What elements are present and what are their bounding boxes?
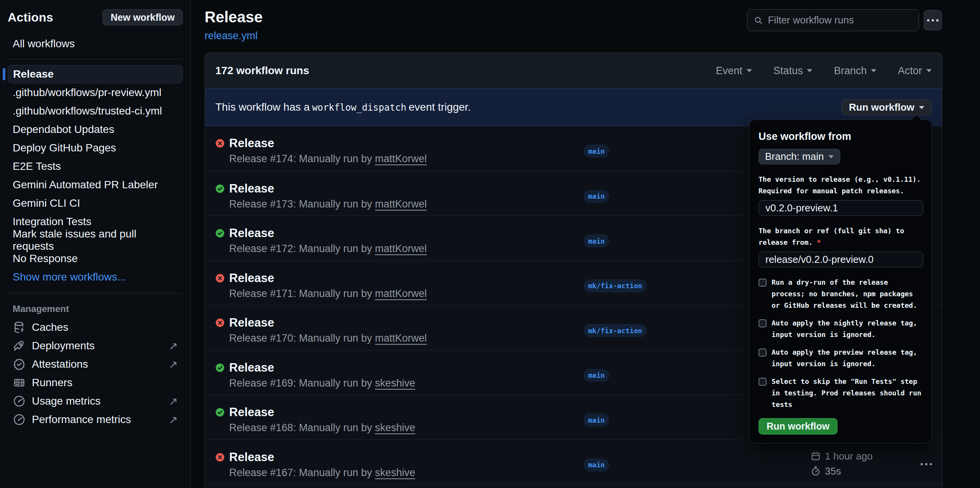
new-workflow-button[interactable]: New workflow bbox=[102, 9, 183, 25]
workflow-item-label: Deploy GitHub Pages bbox=[13, 142, 116, 154]
input-label: The version to release (e.g., v0.1.11). … bbox=[759, 175, 921, 195]
actor-link[interactable]: skeshive bbox=[375, 422, 415, 433]
sidebar-management-item[interactable]: Deployments ↗ bbox=[8, 337, 183, 355]
calendar-icon bbox=[810, 451, 821, 461]
workflow-run-row[interactable]: Release Release #167: Manually run by sk… bbox=[205, 440, 942, 485]
management-list: Caches ↗ Deployments ↗ Attestations ↗ Ru… bbox=[8, 318, 183, 429]
selected-accent-bar bbox=[3, 68, 5, 80]
workflow-checkbox-group: Auto apply the nightly release tag, inpu… bbox=[759, 317, 922, 340]
run-description: Release #169: Manually run by skeshive bbox=[229, 377, 415, 389]
run-workflow-dropdown-button[interactable]: Run workflow bbox=[842, 100, 932, 115]
kebab-icon bbox=[927, 19, 939, 22]
run-meta: 1 hour ago 35s bbox=[810, 450, 873, 477]
run-title[interactable]: Release bbox=[229, 361, 274, 375]
workflow-input-group: The version to release (e.g., v0.1.11). … bbox=[759, 174, 922, 216]
filter-workflow-runs-input[interactable] bbox=[768, 14, 912, 26]
branch-badge[interactable]: main bbox=[583, 369, 609, 382]
branch-badge[interactable]: main bbox=[583, 190, 609, 203]
meter-icon bbox=[13, 395, 26, 408]
sidebar-management-item[interactable]: Runners ↗ bbox=[8, 373, 183, 392]
chevron-down-icon bbox=[807, 69, 812, 72]
branch-badge[interactable]: main bbox=[583, 458, 609, 471]
sidebar-title: Actions bbox=[8, 10, 53, 25]
branch-badge[interactable]: main bbox=[583, 144, 609, 158]
workflow-item-label: .github/workflows/trusted-ci.yml bbox=[13, 105, 162, 117]
sidebar-workflow-item[interactable]: Deploy GitHub Pages bbox=[8, 139, 183, 157]
chevron-down-icon bbox=[919, 106, 924, 109]
runs-filters: Event Status Branch Actor bbox=[716, 65, 932, 77]
failure-status-icon bbox=[215, 453, 225, 462]
popover-fields: The version to release (e.g., v0.1.11). … bbox=[759, 174, 922, 267]
checkbox-label: Auto apply the nightly release tag, inpu… bbox=[772, 317, 917, 340]
actor-link[interactable]: mattKorwel bbox=[375, 288, 427, 299]
workflow-input[interactable] bbox=[759, 252, 923, 267]
sidebar-management-item[interactable]: Caches ↗ bbox=[8, 318, 183, 337]
run-title[interactable]: Release bbox=[229, 316, 274, 330]
branch-badge[interactable]: main bbox=[583, 234, 609, 247]
checkbox[interactable] bbox=[759, 349, 767, 357]
workflow-checkbox-group: Auto apply the preview release tag, inpu… bbox=[759, 347, 922, 370]
sidebar-item-all-workflows[interactable]: All workflows bbox=[8, 35, 183, 52]
sidebar-workflow-item[interactable]: Release bbox=[8, 65, 183, 83]
sidebar-workflow-item[interactable]: E2E Tests bbox=[8, 157, 183, 176]
workflow-item-label: Release bbox=[13, 68, 54, 80]
sidebar-workflow-item[interactable]: .github/workflows/trusted-ci.yml bbox=[8, 102, 183, 120]
run-title[interactable]: Release bbox=[229, 450, 274, 464]
branch-badge[interactable]: mk/fix-action bbox=[583, 324, 647, 337]
popover-checkboxes: Run a dry-run of the release process; no… bbox=[759, 277, 922, 410]
sidebar-workflow-item[interactable]: Dependabot Updates bbox=[8, 120, 183, 139]
sidebar-workflow-item[interactable]: Gemini Automated PR Labeler bbox=[8, 176, 183, 194]
branch-select-button[interactable]: Branch: main bbox=[759, 149, 840, 164]
actor-link[interactable]: skeshive bbox=[375, 467, 415, 478]
sidebar-workflow-item[interactable]: Gemini CLI CI bbox=[8, 194, 183, 212]
actor-link[interactable]: mattKorwel bbox=[375, 243, 427, 254]
filter-dropdown-actor[interactable]: Actor bbox=[898, 65, 932, 77]
actor-link[interactable]: skeshive bbox=[375, 377, 415, 389]
sidebar-management-item[interactable]: Performance metrics ↗ bbox=[8, 410, 183, 429]
success-status-icon bbox=[215, 363, 225, 372]
workflow-checkbox-group: Run a dry-run of the release process; no… bbox=[759, 277, 922, 311]
checkbox[interactable] bbox=[759, 319, 767, 327]
workflow-options-kebab-button[interactable] bbox=[924, 10, 942, 30]
filter-dropdown-event[interactable]: Event bbox=[716, 65, 752, 77]
actor-link[interactable]: mattKorwel bbox=[375, 153, 427, 164]
banner-text: This workflow has aworkflow_dispatcheven… bbox=[215, 101, 471, 113]
filter-dropdown-status[interactable]: Status bbox=[773, 65, 813, 77]
workflow-item-label: Integration Tests bbox=[13, 216, 91, 228]
branch-badge[interactable]: mk/fix-action bbox=[583, 279, 647, 292]
input-label: The branch or ref (full git sha) to rele… bbox=[759, 227, 904, 246]
sidebar-management-item[interactable]: Attestations ↗ bbox=[8, 355, 183, 373]
stopwatch-icon bbox=[810, 466, 821, 476]
run-title[interactable]: Release bbox=[229, 182, 274, 196]
checkbox[interactable] bbox=[759, 279, 767, 287]
run-workflow-submit-button[interactable]: Run workflow bbox=[759, 418, 838, 435]
run-title[interactable]: Release bbox=[229, 271, 274, 285]
run-title[interactable]: Release bbox=[229, 136, 274, 150]
run-options-kebab-button[interactable] bbox=[916, 458, 937, 470]
page-title: Release bbox=[205, 8, 263, 26]
actions-sidebar: Actions New workflow All workflows Relea… bbox=[0, 0, 191, 488]
sidebar-workflow-item[interactable]: Mark stale issues and pull requests bbox=[8, 231, 183, 249]
checkbox[interactable] bbox=[759, 378, 767, 386]
sidebar-show-more-workflows-link[interactable]: Show more workflows... bbox=[8, 268, 183, 286]
sidebar-divider bbox=[8, 59, 183, 60]
runs-list-header: 172 workflow runs Event Status Branch Ac… bbox=[205, 53, 942, 89]
run-duration: 35s bbox=[825, 465, 841, 477]
filter-dropdown-branch[interactable]: Branch bbox=[834, 65, 876, 77]
failure-status-icon bbox=[215, 274, 225, 283]
sidebar-workflow-item[interactable]: .github/workflows/pr-review.yml bbox=[8, 83, 183, 102]
run-title[interactable]: Release bbox=[229, 405, 274, 419]
run-description: Release #172: Manually run by mattKorwel bbox=[229, 243, 427, 255]
sidebar-management-item[interactable]: Usage metrics ↗ bbox=[8, 392, 183, 410]
workflow-list: Release .github/workflows/pr-review.yml … bbox=[8, 65, 183, 286]
run-title[interactable]: Release bbox=[229, 226, 274, 240]
chevron-down-icon bbox=[828, 155, 834, 158]
workflow-input[interactable] bbox=[759, 200, 923, 216]
actor-link[interactable]: mattKorwel bbox=[375, 198, 427, 210]
branch-badge[interactable]: main bbox=[583, 413, 609, 427]
sidebar-divider bbox=[8, 293, 183, 294]
management-section-header: Management bbox=[13, 304, 183, 314]
sidebar-workflow-item[interactable]: No Response bbox=[8, 249, 183, 268]
actor-link[interactable]: mattKorwel bbox=[375, 332, 427, 344]
workflow-file-link[interactable]: release.yml bbox=[205, 30, 258, 42]
